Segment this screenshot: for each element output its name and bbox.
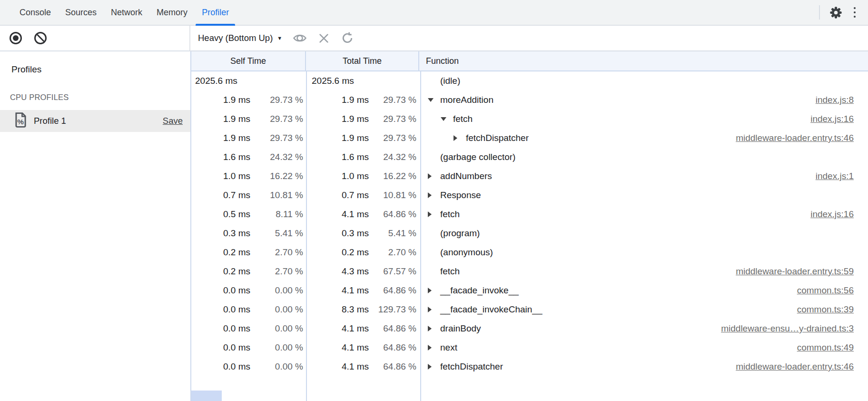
table-row[interactable]: 0.2 ms 2.70 % 0.2 ms 2.70 % (anonymous) <box>191 243 868 262</box>
self-time-value: 0.3 ms <box>195 228 250 239</box>
total-time-value: 1.9 ms <box>312 133 369 143</box>
total-time-percent: 67.57 % <box>369 266 416 277</box>
self-time-value: 1.6 ms <box>195 152 250 162</box>
table-row[interactable]: 0.0 ms 0.00 % 4.1 ms 64.86 % drainBody m… <box>191 319 868 338</box>
source-link[interactable]: middleware-loader.entry.ts:46 <box>736 361 868 372</box>
function-cell: drainBody middleware-ensu…y-drained.ts:3 <box>421 319 868 338</box>
table-row[interactable]: 0.0 ms 0.00 % 4.1 ms 64.86 % next common… <box>191 338 868 357</box>
table-row[interactable]: 0.2 ms 2.70 % 4.3 ms 67.57 % fetch middl… <box>191 262 868 281</box>
tab-profiler[interactable]: Profiler <box>195 0 236 25</box>
column-header-total-time[interactable]: Total Time <box>306 51 419 70</box>
source-link[interactable]: common.ts:39 <box>797 304 868 315</box>
disclosure-triangle-icon[interactable] <box>428 192 432 198</box>
disclosure-triangle-icon[interactable] <box>454 135 457 141</box>
source-link[interactable]: index.js:8 <box>816 95 868 105</box>
disclosure-triangle-icon[interactable] <box>428 326 432 331</box>
total-time-value: 0.7 ms <box>312 190 369 200</box>
column-header-function[interactable]: Function <box>419 51 868 70</box>
chevron-down-icon: ▼ <box>277 35 282 41</box>
source-link[interactable]: common.ts:56 <box>797 285 868 296</box>
disclosure-triangle-icon[interactable] <box>428 211 432 217</box>
profiles-sidebar: Profiles CPU PROFILES % Profile 1 Save <box>0 51 190 401</box>
source-link[interactable]: middleware-loader.entry.ts:46 <box>736 133 868 143</box>
source-link[interactable]: middleware-ensu…y-drained.ts:3 <box>721 323 868 334</box>
self-time-percent: 0.00 % <box>250 285 303 296</box>
disclosure-triangle-icon[interactable] <box>428 345 432 351</box>
self-time-cell: 0.0 ms 0.00 % <box>191 357 307 376</box>
self-time-percent: 0.00 % <box>250 342 303 353</box>
self-time-value: 0.0 ms <box>195 342 250 353</box>
self-time-cell: 0.0 ms 0.00 % <box>191 338 307 357</box>
source-link[interactable]: index.js:16 <box>810 114 868 124</box>
total-time-value: 4.3 ms <box>312 266 369 277</box>
table-row[interactable]: 1.9 ms 29.73 % 1.9 ms 29.73 % fetch inde… <box>191 110 868 129</box>
disclosure-triangle-icon[interactable] <box>428 364 432 370</box>
function-cell: __facade_invokeChain__ common.ts:39 <box>421 300 868 319</box>
refresh-icon[interactable] <box>341 31 354 45</box>
disclosure-triangle-icon[interactable] <box>428 98 434 102</box>
table-row[interactable]: 0.0 ms 0.00 % 4.1 ms 64.86 % fetchDispat… <box>191 357 868 376</box>
self-time-percent: 5.41 % <box>250 228 303 239</box>
self-time-value: 0.0 ms <box>195 285 250 296</box>
total-time-percent: 29.73 % <box>369 114 416 124</box>
clear-icon[interactable] <box>34 32 47 44</box>
self-time-value: 1.9 ms <box>195 95 250 105</box>
table-row[interactable]: 1.9 ms 29.73 % 1.9 ms 29.73 % moreAdditi… <box>191 90 868 110</box>
table-row[interactable]: 2025.6 ms 2025.6 ms (idle) <box>191 71 868 90</box>
total-time-value: 4.1 ms <box>312 361 369 372</box>
profiler-content: Profiles CPU PROFILES % Profile 1 Save S… <box>0 51 868 401</box>
tab-console[interactable]: Console <box>12 0 58 25</box>
column-header-self-time[interactable]: Self Time <box>191 51 306 70</box>
total-time-cell: 4.1 ms 64.86 % <box>307 338 421 357</box>
self-time-cell: 0.2 ms 2.70 % <box>191 262 307 281</box>
source-link[interactable]: common.ts:49 <box>797 342 868 353</box>
tab-memory[interactable]: Memory <box>149 0 195 25</box>
table-row[interactable]: 0.3 ms 5.41 % 0.3 ms 5.41 % (program) <box>191 224 868 243</box>
table-row[interactable]: 1.6 ms 24.32 % 1.6 ms 24.32 % (garbage c… <box>191 148 868 167</box>
function-cell: fetchDispatcher middleware-loader.entry.… <box>421 357 868 376</box>
self-time-percent: 24.32 % <box>250 152 303 162</box>
self-time-cell: 1.9 ms 29.73 % <box>191 110 307 129</box>
total-time-percent: 16.22 % <box>369 171 416 181</box>
source-link[interactable]: middleware-loader.entry.ts:59 <box>736 266 868 277</box>
table-row[interactable]: 0.7 ms 10.81 % 0.7 ms 10.81 % Response <box>191 186 868 205</box>
selected-row-strip[interactable] <box>191 391 222 401</box>
total-time-percent: 29.73 % <box>369 133 416 143</box>
total-time-value: 4.1 ms <box>312 342 369 353</box>
disclosure-triangle-icon[interactable] <box>441 117 446 121</box>
self-time-percent: 29.73 % <box>250 133 303 143</box>
function-name: fetchDispatcher <box>466 133 529 143</box>
profile-view-select[interactable]: Heavy (Bottom Up) ▼ <box>198 33 282 43</box>
gear-icon[interactable] <box>829 6 842 19</box>
save-profile-link[interactable]: Save <box>163 116 183 126</box>
table-row[interactable]: 1.0 ms 16.22 % 1.0 ms 16.22 % addNumbers… <box>191 167 868 186</box>
disclosure-triangle-icon[interactable] <box>428 288 432 293</box>
profile-document-icon: % <box>14 112 27 130</box>
table-row[interactable]: 1.9 ms 29.73 % 1.9 ms 29.73 % fetchDispa… <box>191 129 868 148</box>
self-time-percent: 16.22 % <box>250 171 303 181</box>
disclosure-triangle-icon[interactable] <box>428 307 432 312</box>
total-time-percent: 24.32 % <box>369 152 416 162</box>
total-time-value: 1.9 ms <box>312 114 369 124</box>
self-time-cell: 0.0 ms 0.00 % <box>191 300 307 319</box>
source-link[interactable]: index.js:16 <box>810 209 868 220</box>
total-time-cell: 4.3 ms 67.57 % <box>307 262 421 281</box>
table-row[interactable]: 0.0 ms 0.00 % 8.3 ms 129.73 % __facade_i… <box>191 300 868 319</box>
source-link[interactable]: index.js:1 <box>816 171 868 181</box>
self-time-percent: 10.81 % <box>250 190 303 200</box>
table-row[interactable]: 0.0 ms 0.00 % 4.1 ms 64.86 % __facade_in… <box>191 281 868 300</box>
tab-sources[interactable]: Sources <box>58 0 104 25</box>
record-icon[interactable] <box>10 32 22 44</box>
function-cell: addNumbers index.js:1 <box>421 167 868 186</box>
total-time-cell: 8.3 ms 129.73 % <box>307 300 421 319</box>
table-row[interactable]: 0.5 ms 8.11 % 4.1 ms 64.86 % fetch index… <box>191 205 868 224</box>
tab-network[interactable]: Network <box>104 0 149 25</box>
function-cell: (anonymous) <box>421 243 868 262</box>
self-time-value: 1.9 ms <box>195 133 250 143</box>
close-icon[interactable] <box>317 32 330 45</box>
disclosure-triangle-icon[interactable] <box>428 173 432 179</box>
eye-icon[interactable] <box>293 31 307 45</box>
sidebar-item-profile-1[interactable]: % Profile 1 Save <box>0 110 190 132</box>
kebab-menu-icon[interactable] <box>852 5 858 20</box>
total-time-cell: 4.1 ms 64.86 % <box>307 319 421 338</box>
